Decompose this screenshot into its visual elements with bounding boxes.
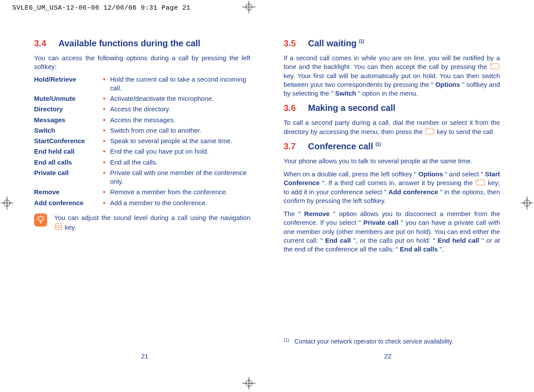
- text-frag: key to send the call.: [437, 128, 495, 135]
- function-term: Switch: [34, 126, 103, 135]
- bold-term: End all calls: [400, 245, 438, 253]
- text-frag: When on a double call, press the left so…: [284, 170, 417, 178]
- bullet-icon: •: [103, 116, 110, 124]
- prepress-header: SVLE6_UM_USA-12-06-06 12/06/06 9:31 Page…: [12, 4, 191, 12]
- function-row: End held call•End the call you have put …: [34, 147, 251, 156]
- function-desc: Switch from one call to another.: [110, 126, 251, 135]
- bullet-icon: •: [103, 126, 110, 135]
- text-frag: If a second call comes in while you are …: [284, 54, 500, 70]
- softkey-icon: [424, 128, 435, 135]
- tip-text-a: You can adjust the sound level during a …: [54, 214, 251, 221]
- footnote-mark: (1): [284, 338, 289, 345]
- registration-mark-bottom: [238, 377, 260, 391]
- section-title-text: Conference call: [308, 141, 376, 151]
- section-number: 3.4: [34, 38, 59, 49]
- text-frag: ".: [440, 245, 444, 253]
- svg-point-24: [427, 130, 427, 131]
- page-spread: 3.4 Available functions during the call …: [0, 31, 534, 258]
- bold-term: End call: [325, 237, 351, 244]
- page-right: 3.5 Call waiting (1) If a second call co…: [267, 31, 534, 258]
- function-term: Hold/Retrieve: [34, 75, 103, 84]
- section-number: 3.6: [284, 102, 308, 114]
- section-title: Call waiting (1): [308, 38, 365, 49]
- bold-term: End held call: [438, 237, 479, 244]
- bullet-icon: •: [103, 75, 110, 84]
- function-desc: Add a member to the conference.: [110, 199, 251, 207]
- section-number: 3.7: [284, 141, 308, 152]
- function-term: Mute/Unmute: [34, 94, 103, 103]
- page-left: 3.4 Available functions during the call …: [0, 31, 267, 258]
- svg-point-12: [38, 217, 43, 221]
- function-term: Messages: [34, 116, 103, 124]
- function-row: Directory•Access the directory.: [34, 105, 251, 113]
- text-frag: ". If a third call comes in, answer it b…: [322, 179, 475, 186]
- bold-term: Remove: [304, 210, 330, 217]
- section-title: Making a second call: [308, 102, 396, 114]
- section-title: Conference call (1): [308, 141, 381, 152]
- section-number: 3.5: [284, 38, 308, 49]
- function-term: Directory: [34, 105, 103, 113]
- function-term: Remove: [34, 188, 103, 196]
- softkey-icon: [489, 63, 500, 70]
- paragraph-3-7-2: When on a double call, press the left so…: [284, 170, 500, 205]
- footnote-ref: (1): [376, 142, 381, 147]
- section-heading-3-6: 3.6 Making a second call: [284, 102, 500, 114]
- tip-text: You can adjust the sound level during a …: [54, 213, 251, 232]
- section-title: Available functions during the call: [59, 38, 200, 49]
- bold-term: Options: [435, 81, 460, 88]
- bullet-icon: •: [103, 158, 110, 167]
- bullet-icon: •: [103, 105, 110, 113]
- svg-point-5: [246, 380, 252, 386]
- function-row: Remove•Remove a member from the conferen…: [34, 188, 251, 196]
- svg-rect-20: [55, 224, 62, 230]
- function-row: Messages•Access the messages.: [34, 116, 251, 124]
- function-row: Add conference•Add a member to the confe…: [34, 199, 251, 207]
- paragraph-3-7-3: The " Remove " option allows you to disc…: [284, 210, 500, 254]
- function-desc: Speak to several people at the same time…: [110, 137, 251, 145]
- paragraph-3-7-1: Your phone allows you to talk to several…: [284, 157, 500, 165]
- registration-mark-top: [238, 1, 260, 15]
- function-row: Switch•Switch from one call to another.: [34, 126, 251, 135]
- text-frag: ", or the calls put on hold: ": [353, 237, 435, 244]
- function-desc: End the call you have put on hold.: [110, 147, 251, 156]
- function-desc: Private call with one member of the conf…: [110, 168, 251, 186]
- bullet-icon: •: [103, 94, 110, 103]
- softkey-icon: [475, 179, 486, 186]
- svg-point-23: [492, 65, 493, 65]
- function-term: Add conference: [34, 199, 103, 207]
- section-heading-3-7: 3.7 Conference call (1): [284, 141, 500, 152]
- function-row: StartConference•Speak to several people …: [34, 137, 251, 145]
- section-heading-3-5: 3.5 Call waiting (1): [284, 38, 500, 49]
- function-term: End all calls: [34, 158, 103, 167]
- text-frag: " and select ": [445, 170, 483, 178]
- function-term: StartConference: [34, 137, 103, 145]
- svg-line-17: [43, 216, 44, 217]
- function-desc: Hold the current call to take a second i…: [110, 75, 251, 93]
- function-desc: End all the calls.: [110, 158, 251, 167]
- function-desc: Remove a member from the conference.: [110, 188, 251, 196]
- section-heading-3-4: 3.4 Available functions during the call: [34, 38, 251, 49]
- function-desc: Activate/deactivate the microphone.: [110, 94, 251, 103]
- bold-term: Private call: [363, 219, 399, 226]
- text-frag: The ": [284, 210, 301, 217]
- function-row: Mute/Unmute•Activate/deactivate the micr…: [34, 94, 251, 103]
- footnote: (1) Contact your network operator to che…: [284, 338, 498, 345]
- page-number-left: 21: [141, 352, 148, 360]
- bold-term: Switch: [335, 89, 356, 97]
- footnote-text: Contact your network operator to check s…: [294, 338, 453, 345]
- function-term: End held call: [34, 147, 103, 156]
- bold-term: Add conference: [389, 188, 438, 196]
- lightbulb-icon: [34, 213, 47, 227]
- svg-point-2: [246, 4, 252, 10]
- paragraph-3-6: To call a second party during a call, di…: [284, 118, 500, 136]
- text-frag: " option in the menu.: [358, 89, 418, 97]
- tip-row: You can adjust the sound level during a …: [34, 213, 251, 232]
- bullet-icon: •: [103, 137, 110, 145]
- nav-key-icon: [54, 222, 63, 231]
- tip-text-b: key.: [65, 224, 76, 231]
- bold-term: Options: [418, 170, 443, 178]
- page-number-right: 22: [384, 352, 392, 360]
- svg-line-16: [37, 216, 38, 217]
- function-term: Private call: [34, 168, 103, 177]
- section-intro: You can access the following options dur…: [34, 54, 251, 72]
